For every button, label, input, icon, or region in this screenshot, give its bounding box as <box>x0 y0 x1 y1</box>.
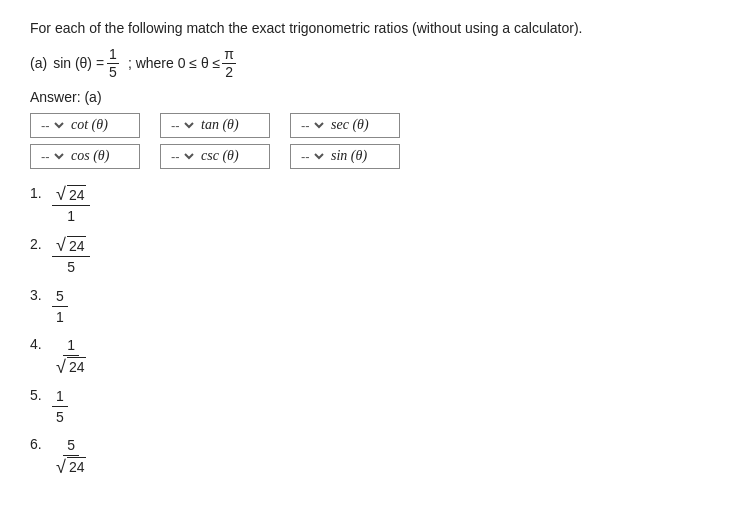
answer-4-numer: 1 <box>63 336 79 356</box>
list-item: 5. 1 5 <box>30 387 723 426</box>
radical-1: √ 24 <box>56 185 86 204</box>
radical-sign-4: √ <box>56 358 66 376</box>
cos-select[interactable]: -- 123456 <box>37 148 67 165</box>
instructions-text: For each of the following match the exac… <box>30 20 723 36</box>
list-item: 4. 1 √ 24 <box>30 336 723 377</box>
answer-1-denom: 1 <box>63 206 79 225</box>
answer-2-fraction: √ 24 5 <box>52 236 90 277</box>
radical-sign-2: √ <box>56 236 66 254</box>
answer-2-numer: √ 24 <box>52 236 90 258</box>
fraction-numer: 1 <box>107 46 119 64</box>
problem-label: (a) <box>30 55 47 71</box>
dropdown-tan[interactable]: -- 123456 tan (θ) <box>160 113 270 138</box>
list-item: 2. √ 24 5 <box>30 236 723 277</box>
answer-6-fraction: 5 √ 24 <box>52 436 90 477</box>
sin-label: sin (θ) <box>331 148 367 164</box>
list-num-2: 2. <box>30 236 52 252</box>
answer-3-fraction: 5 1 <box>52 287 68 326</box>
pi-denom: 2 <box>223 64 235 81</box>
list-num-6: 6. <box>30 436 52 452</box>
fraction-denom: 5 <box>107 64 119 81</box>
cot-select[interactable]: -- 123456 <box>37 117 67 134</box>
radical-4: √ 24 <box>56 357 86 376</box>
answer-6-denom: √ 24 <box>52 456 90 477</box>
answer-6-numer: 5 <box>63 436 79 456</box>
dropdown-sin[interactable]: -- 123456 sin (θ) <box>290 144 400 169</box>
sin-select[interactable]: -- 123456 <box>297 148 327 165</box>
list-item: 3. 5 1 <box>30 287 723 326</box>
dropdown-cot[interactable]: -- 123456 cot (θ) <box>30 113 140 138</box>
radical-content-1: 24 <box>67 185 87 204</box>
answer-list: 1. √ 24 1 2. √ 24 5 3. 5 <box>30 185 723 478</box>
condition-text: ; where 0 ≤ θ ≤ <box>128 55 220 71</box>
answer-3-numer: 5 <box>52 287 68 307</box>
dropdown-csc[interactable]: -- 123456 csc (θ) <box>160 144 270 169</box>
list-num-3: 3. <box>30 287 52 303</box>
radical-2: √ 24 <box>56 236 86 255</box>
answer-5-fraction: 1 5 <box>52 387 68 426</box>
dropdown-cos[interactable]: -- 123456 cos (θ) <box>30 144 140 169</box>
radical-sign-1: √ <box>56 185 66 203</box>
list-item: 1. √ 24 1 <box>30 185 723 226</box>
list-item: 6. 5 √ 24 <box>30 436 723 477</box>
cos-label: cos (θ) <box>71 148 109 164</box>
radical-content-4: 24 <box>67 357 87 376</box>
answer-5-numer: 1 <box>52 387 68 407</box>
csc-label: csc (θ) <box>201 148 239 164</box>
sec-label: sec (θ) <box>331 117 369 133</box>
cot-label: cot (θ) <box>71 117 108 133</box>
list-num-1: 1. <box>30 185 52 201</box>
problem-line: (a) sin (θ) = 1 5 ; where 0 ≤ θ ≤ π 2 <box>30 46 723 81</box>
answer-1-numer: √ 24 <box>52 185 90 207</box>
answer-3-denom: 1 <box>52 307 68 326</box>
tan-select[interactable]: -- 123456 <box>167 117 197 134</box>
radical-content-6: 24 <box>67 457 87 476</box>
answer-4-denom: √ 24 <box>52 356 90 377</box>
answer-1-fraction: √ 24 1 <box>52 185 90 226</box>
radical-sign-6: √ <box>56 458 66 476</box>
answer-label: Answer: (a) <box>30 89 723 105</box>
pi-numer: π <box>222 46 236 64</box>
dropdowns-container: -- 123456 cot (θ) -- 123456 tan (θ) -- 1… <box>30 113 400 169</box>
answer-4-fraction: 1 √ 24 <box>52 336 90 377</box>
csc-select[interactable]: -- 123456 <box>167 148 197 165</box>
fraction-1-5: 1 5 <box>107 46 119 81</box>
radical-6: √ 24 <box>56 457 86 476</box>
list-num-5: 5. <box>30 387 52 403</box>
sec-select[interactable]: -- 123456 <box>297 117 327 134</box>
sin-equation: sin (θ) = <box>53 55 104 71</box>
pi-fraction: π 2 <box>222 46 236 81</box>
dropdown-sec[interactable]: -- 123456 sec (θ) <box>290 113 400 138</box>
radical-content-2: 24 <box>67 236 87 255</box>
tan-label: tan (θ) <box>201 117 239 133</box>
list-num-4: 4. <box>30 336 52 352</box>
answer-2-denom: 5 <box>63 257 79 276</box>
answer-5-denom: 5 <box>52 407 68 426</box>
